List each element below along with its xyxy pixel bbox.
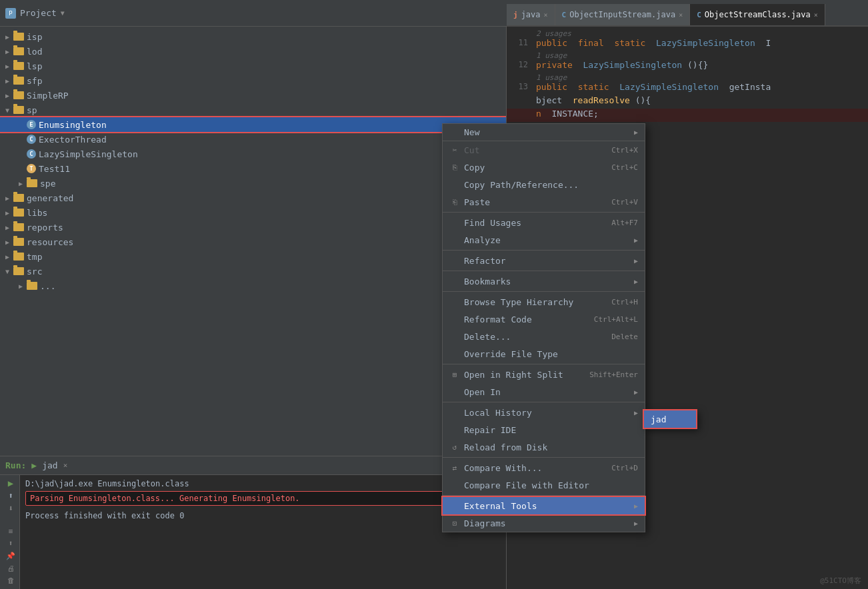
cm-browse-type[interactable]: Browse Type Hierarchy Ctrl+H <box>443 293 645 310</box>
cm-diagrams[interactable]: ⊡ Diagrams ▶ <box>443 514 645 532</box>
run-panel: Run: ▶ jad × ▶ ⬆ ⬇ ≡ ⬆ 📌 🖨 🗑 D: <box>0 456 506 589</box>
run-tab-name[interactable]: jad <box>42 460 57 470</box>
submenu-jad-item[interactable]: jad <box>644 410 696 428</box>
tree-item-lsp[interactable]: ▶ lsp <box>0 59 506 73</box>
cm-delete-shortcut: Delete <box>611 332 638 341</box>
tree-label-sp: sp <box>27 105 37 115</box>
folder-icon-tmp <box>13 253 24 261</box>
objectinputstream-tab-icon: C <box>562 11 567 19</box>
run-clear-button[interactable]: 🗑 <box>3 575 19 586</box>
tree-label-lazysimplesingleton: LazySimpleSingleton <box>39 149 138 159</box>
cm-copy-label: Copy <box>464 163 611 173</box>
cm-cut-shortcut: Ctrl+X <box>611 146 638 155</box>
cm-open-in-label: Open In <box>464 387 629 397</box>
project-header[interactable]: P Project ▼ <box>5 8 65 19</box>
cm-paste[interactable]: ⎗ Paste Ctrl+V <box>443 193 645 211</box>
cm-copy-path[interactable]: Copy Path/Reference... <box>443 176 645 193</box>
cm-paste-shortcut: Ctrl+V <box>611 198 638 207</box>
tree-arrow-sp: ▼ <box>5 107 13 114</box>
folder-icon-lsp <box>13 62 24 70</box>
cm-compare-editor[interactable]: Compare File with Editor <box>443 476 645 494</box>
tree-item-test11[interactable]: T Test11 <box>0 161 506 176</box>
run-print-button[interactable]: 🖨 <box>3 563 19 574</box>
run-export-button[interactable]: ⬆ <box>3 538 19 549</box>
project-icon: P <box>5 8 16 19</box>
tree-item-lod[interactable]: ▶ lod <box>0 44 506 59</box>
tree-label-tmp: tmp <box>27 252 42 262</box>
tree-item-src[interactable]: ▼ src <box>0 264 506 279</box>
cm-bookmarks-arrow: ▶ <box>634 278 638 285</box>
cm-analyze[interactable]: Analyze ▶ <box>443 231 645 249</box>
tab-java[interactable]: j java × <box>507 4 555 25</box>
cm-reformat[interactable]: Reformat Code Ctrl+Alt+L <box>443 310 645 328</box>
cm-diagrams-icon: ⊡ <box>449 519 460 528</box>
tree-item-enumsingleton[interactable]: E Enumsingleton <box>0 117 506 132</box>
cm-compare-with[interactable]: ⇄ Compare With... Ctrl+D <box>443 459 645 476</box>
tab-objectstreamclass-close[interactable]: × <box>814 11 818 19</box>
tab-java-close[interactable]: × <box>544 11 548 19</box>
cm-compare-with-icon: ⇄ <box>449 464 460 472</box>
tree-item-src-ellipsis[interactable]: ▶ ... <box>0 279 506 293</box>
tree-item-spe[interactable]: ▶ spe <box>0 176 506 191</box>
run-play-button[interactable]: ▶ <box>3 478 19 489</box>
tree-item-isp[interactable]: ▶ isp <box>0 29 506 44</box>
cm-reload[interactable]: ↺ Reload from Disk <box>443 438 645 456</box>
cm-find-usages[interactable]: Find Usages Alt+F7 <box>443 214 645 231</box>
cm-bookmarks[interactable]: Bookmarks ▶ <box>443 273 645 290</box>
tree-item-resources[interactable]: ▶ resources <box>0 235 506 249</box>
tree-arrow-lod: ▶ <box>5 48 13 55</box>
tree-item-sfp[interactable]: ▶ sfp <box>0 73 506 88</box>
tree-item-lazysimplesingleton[interactable]: C LazySimpleSingleton <box>0 147 506 161</box>
cm-sep-5 <box>443 364 645 364</box>
cm-cut-label: Cut <box>464 145 611 155</box>
tree-label-lod: lod <box>27 47 42 57</box>
cm-copy[interactable]: ⎘ Copy Ctrl+C <box>443 159 645 176</box>
tree-item-generated[interactable]: ▶ generated <box>0 191 506 205</box>
cm-copy-icon: ⎘ <box>449 163 460 172</box>
tree-item-simplerp[interactable]: ▶ SimpleRP <box>0 88 506 103</box>
folder-icon-reports <box>13 223 24 231</box>
cm-repair-ide[interactable]: Repair IDE <box>443 421 645 438</box>
cm-reload-label: Reload from Disk <box>464 442 638 452</box>
tree-item-exectorthread[interactable]: C ExectorThread <box>0 132 506 147</box>
tree-label-simplerp: SimpleRP <box>27 91 69 101</box>
cm-local-history[interactable]: Local History ▶ <box>443 404 645 421</box>
cm-cut-icon: ✂ <box>449 146 460 155</box>
cm-browse-type-label: Browse Type Hierarchy <box>464 297 611 307</box>
line-content-13: public static LazySimpleSingleton getIns… <box>536 82 865 92</box>
cm-open-right[interactable]: ⊞ Open in Right Split Shift+Enter <box>443 366 645 383</box>
tab-objectinputstream-close[interactable]: × <box>679 11 683 19</box>
run-stop-button[interactable]: ⬆ <box>3 490 19 502</box>
cm-new-arrow: ▶ <box>634 129 638 136</box>
class-icon-lazysimplesingleton: C <box>27 149 36 159</box>
cm-external-tools[interactable]: External Tools ▶ <box>443 497 645 514</box>
cm-open-in[interactable]: Open In ▶ <box>443 383 645 400</box>
tab-objectstreamclass[interactable]: C ObjectStreamClass.java × <box>690 4 825 25</box>
run-content: D:\jad\jad.exe Enumsingleton.class Parsi… <box>20 475 506 589</box>
tree-label-spe: spe <box>40 179 55 189</box>
tree-arrow-sfp: ▶ <box>5 77 13 85</box>
file-tree[interactable]: ▶ isp ▶ lod ▶ lsp ▶ sfp ▶ S <box>0 27 506 456</box>
run-align-button[interactable]: ≡ <box>3 526 19 537</box>
run-tab-close[interactable]: × <box>63 461 68 470</box>
tree-label-test11: Test11 <box>39 164 70 174</box>
cm-refactor-label: Refactor <box>464 256 629 266</box>
class-icon-exectorthread: C <box>27 135 36 144</box>
run-down-button[interactable]: ⬇ <box>3 502 19 514</box>
project-label: Project <box>20 8 57 18</box>
tree-item-reports[interactable]: ▶ reports <box>0 220 506 235</box>
cm-sep-3 <box>443 271 645 271</box>
cm-paste-icon: ⎗ <box>449 198 460 207</box>
tree-item-libs[interactable]: ▶ libs <box>0 205 506 220</box>
cm-override-type[interactable]: Override File Type <box>443 345 645 362</box>
cm-refactor[interactable]: Refactor ▶ <box>443 252 645 269</box>
cm-delete[interactable]: Delete... Delete <box>443 328 645 345</box>
folder-icon-generated <box>13 194 24 202</box>
cm-cut[interactable]: ✂ Cut Ctrl+X <box>443 141 645 159</box>
tree-item-sp[interactable]: ▼ sp <box>0 103 506 117</box>
tree-item-tmp[interactable]: ▶ tmp <box>0 249 506 264</box>
run-pin-button[interactable]: 📌 <box>3 550 19 562</box>
cm-sep-8 <box>443 495 645 496</box>
cm-new[interactable]: New ▶ <box>443 124 645 141</box>
tab-objectinputstream[interactable]: C ObjectInputStream.java × <box>555 4 691 25</box>
